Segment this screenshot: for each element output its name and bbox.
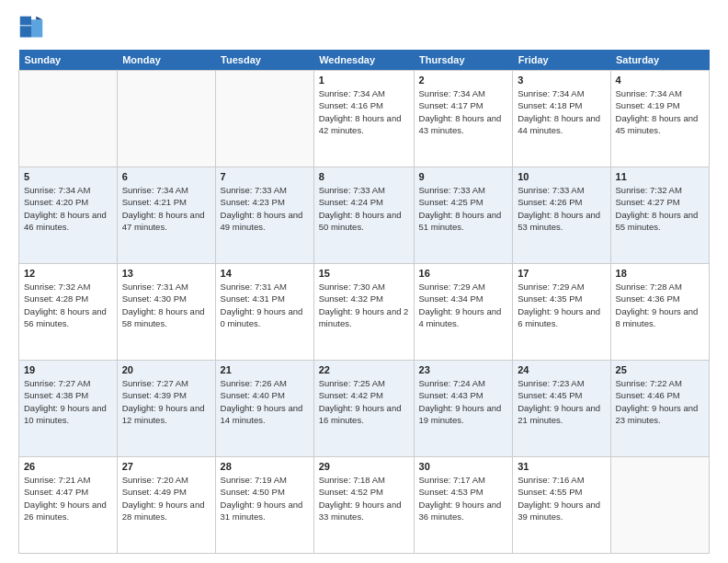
svg-marker-3 [31, 19, 42, 37]
day-number: 5 [24, 171, 112, 182]
calendar-cell: 23Sunrise: 7:24 AM Sunset: 4:43 PM Dayli… [414, 361, 513, 457]
day-number: 11 [616, 171, 704, 182]
day-number: 28 [221, 461, 309, 472]
day-number: 27 [122, 461, 210, 472]
day-info: Sunrise: 7:31 AM Sunset: 4:30 PM Dayligh… [122, 281, 210, 329]
calendar-cell: 27Sunrise: 7:20 AM Sunset: 4:49 PM Dayli… [117, 457, 215, 554]
day-info: Sunrise: 7:29 AM Sunset: 4:34 PM Dayligh… [419, 281, 508, 329]
day-info: Sunrise: 7:22 AM Sunset: 4:46 PM Dayligh… [616, 377, 704, 426]
svg-rect-1 [20, 26, 31, 37]
calendar-cell [117, 71, 215, 167]
day-number: 7 [221, 171, 309, 182]
calendar-cell: 5Sunrise: 7:34 AM Sunset: 4:20 PM Daylig… [19, 167, 118, 264]
calendar-cell: 11Sunrise: 7:32 AM Sunset: 4:27 PM Dayli… [610, 167, 709, 264]
calendar-cell: 9Sunrise: 7:33 AM Sunset: 4:25 PM Daylig… [414, 167, 513, 264]
day-number: 22 [319, 364, 409, 375]
calendar-cell: 2Sunrise: 7:34 AM Sunset: 4:17 PM Daylig… [414, 71, 513, 167]
day-number: 4 [616, 75, 704, 86]
calendar-cell: 20Sunrise: 7:27 AM Sunset: 4:39 PM Dayli… [117, 361, 215, 457]
day-info: Sunrise: 7:34 AM Sunset: 4:19 PM Dayligh… [616, 87, 704, 136]
day-info: Sunrise: 7:25 AM Sunset: 4:42 PM Dayligh… [319, 377, 409, 426]
day-number: 6 [122, 171, 210, 182]
day-number: 12 [24, 268, 112, 279]
calendar-week-row: 1Sunrise: 7:34 AM Sunset: 4:16 PM Daylig… [19, 71, 710, 167]
calendar-cell: 19Sunrise: 7:27 AM Sunset: 4:38 PM Dayli… [19, 361, 118, 457]
day-info: Sunrise: 7:21 AM Sunset: 4:47 PM Dayligh… [24, 474, 112, 523]
calendar-header-row: SundayMondayTuesdayWednesdayThursdayFrid… [19, 50, 710, 71]
calendar-cell: 25Sunrise: 7:22 AM Sunset: 4:46 PM Dayli… [610, 361, 709, 457]
calendar-cell: 8Sunrise: 7:33 AM Sunset: 4:24 PM Daylig… [313, 167, 414, 264]
day-number: 9 [419, 171, 508, 182]
calendar-cell: 16Sunrise: 7:29 AM Sunset: 4:34 PM Dayli… [414, 264, 513, 361]
calendar-cell: 3Sunrise: 7:34 AM Sunset: 4:18 PM Daylig… [513, 71, 610, 167]
calendar-cell: 17Sunrise: 7:29 AM Sunset: 4:35 PM Dayli… [513, 264, 610, 361]
day-info: Sunrise: 7:16 AM Sunset: 4:55 PM Dayligh… [518, 474, 605, 523]
day-number: 23 [419, 364, 508, 375]
page-header [18, 15, 710, 40]
calendar-cell: 4Sunrise: 7:34 AM Sunset: 4:19 PM Daylig… [610, 71, 709, 167]
calendar-cell: 24Sunrise: 7:23 AM Sunset: 4:45 PM Dayli… [513, 361, 610, 457]
logo [18, 15, 48, 40]
day-number: 3 [518, 75, 605, 86]
day-info: Sunrise: 7:32 AM Sunset: 4:27 PM Dayligh… [616, 184, 704, 233]
day-number: 21 [221, 364, 309, 375]
calendar-cell: 1Sunrise: 7:34 AM Sunset: 4:16 PM Daylig… [313, 71, 414, 167]
weekday-header: Wednesday [313, 50, 414, 71]
calendar-table: SundayMondayTuesdayWednesdayThursdayFrid… [18, 50, 710, 554]
calendar-cell: 6Sunrise: 7:34 AM Sunset: 4:21 PM Daylig… [117, 167, 215, 264]
day-info: Sunrise: 7:26 AM Sunset: 4:40 PM Dayligh… [221, 377, 309, 426]
day-info: Sunrise: 7:23 AM Sunset: 4:45 PM Dayligh… [518, 377, 605, 426]
day-info: Sunrise: 7:34 AM Sunset: 4:17 PM Dayligh… [419, 87, 508, 136]
day-info: Sunrise: 7:27 AM Sunset: 4:38 PM Dayligh… [24, 377, 112, 426]
day-info: Sunrise: 7:20 AM Sunset: 4:49 PM Dayligh… [122, 474, 210, 523]
calendar-cell: 14Sunrise: 7:31 AM Sunset: 4:31 PM Dayli… [215, 264, 313, 361]
day-number: 24 [518, 364, 605, 375]
day-number: 25 [616, 364, 704, 375]
calendar-cell: 26Sunrise: 7:21 AM Sunset: 4:47 PM Dayli… [19, 457, 118, 554]
weekday-header: Tuesday [215, 50, 313, 71]
day-info: Sunrise: 7:18 AM Sunset: 4:52 PM Dayligh… [319, 474, 409, 523]
day-info: Sunrise: 7:17 AM Sunset: 4:53 PM Dayligh… [419, 474, 508, 523]
calendar-week-row: 12Sunrise: 7:32 AM Sunset: 4:28 PM Dayli… [19, 264, 710, 361]
day-info: Sunrise: 7:19 AM Sunset: 4:50 PM Dayligh… [221, 474, 309, 523]
calendar-cell: 15Sunrise: 7:30 AM Sunset: 4:32 PM Dayli… [313, 264, 414, 361]
weekday-header: Friday [513, 50, 610, 71]
weekday-header: Thursday [414, 50, 513, 71]
calendar-cell: 12Sunrise: 7:32 AM Sunset: 4:28 PM Dayli… [19, 264, 118, 361]
day-info: Sunrise: 7:34 AM Sunset: 4:18 PM Dayligh… [518, 87, 605, 136]
day-info: Sunrise: 7:24 AM Sunset: 4:43 PM Dayligh… [419, 377, 508, 426]
weekday-header: Saturday [610, 50, 709, 71]
day-info: Sunrise: 7:27 AM Sunset: 4:39 PM Dayligh… [122, 377, 210, 426]
day-number: 1 [319, 75, 409, 86]
day-number: 8 [319, 171, 409, 182]
day-info: Sunrise: 7:29 AM Sunset: 4:35 PM Dayligh… [518, 281, 605, 329]
day-info: Sunrise: 7:33 AM Sunset: 4:24 PM Dayligh… [319, 184, 409, 233]
calendar-cell: 7Sunrise: 7:33 AM Sunset: 4:23 PM Daylig… [215, 167, 313, 264]
day-info: Sunrise: 7:32 AM Sunset: 4:28 PM Dayligh… [24, 281, 112, 329]
calendar-cell: 21Sunrise: 7:26 AM Sunset: 4:40 PM Dayli… [215, 361, 313, 457]
logo-icon [18, 15, 44, 40]
day-info: Sunrise: 7:33 AM Sunset: 4:23 PM Dayligh… [221, 184, 309, 233]
day-number: 19 [24, 364, 112, 375]
calendar-cell [610, 457, 709, 554]
calendar-cell [19, 71, 118, 167]
day-number: 31 [518, 461, 605, 472]
day-info: Sunrise: 7:33 AM Sunset: 4:26 PM Dayligh… [518, 184, 605, 233]
day-number: 16 [419, 268, 508, 279]
calendar-cell: 30Sunrise: 7:17 AM Sunset: 4:53 PM Dayli… [414, 457, 513, 554]
calendar-cell [215, 71, 313, 167]
day-info: Sunrise: 7:34 AM Sunset: 4:21 PM Dayligh… [122, 184, 210, 233]
day-number: 17 [518, 268, 605, 279]
day-info: Sunrise: 7:33 AM Sunset: 4:25 PM Dayligh… [419, 184, 508, 233]
day-number: 20 [122, 364, 210, 375]
calendar-cell: 13Sunrise: 7:31 AM Sunset: 4:30 PM Dayli… [117, 264, 215, 361]
day-number: 13 [122, 268, 210, 279]
day-info: Sunrise: 7:34 AM Sunset: 4:16 PM Dayligh… [319, 87, 409, 136]
weekday-header: Monday [117, 50, 215, 71]
day-number: 18 [616, 268, 704, 279]
day-info: Sunrise: 7:30 AM Sunset: 4:32 PM Dayligh… [319, 281, 409, 329]
day-info: Sunrise: 7:31 AM Sunset: 4:31 PM Dayligh… [221, 281, 309, 329]
day-number: 15 [319, 268, 409, 279]
calendar-cell: 31Sunrise: 7:16 AM Sunset: 4:55 PM Dayli… [513, 457, 610, 554]
calendar-cell: 10Sunrise: 7:33 AM Sunset: 4:26 PM Dayli… [513, 167, 610, 264]
